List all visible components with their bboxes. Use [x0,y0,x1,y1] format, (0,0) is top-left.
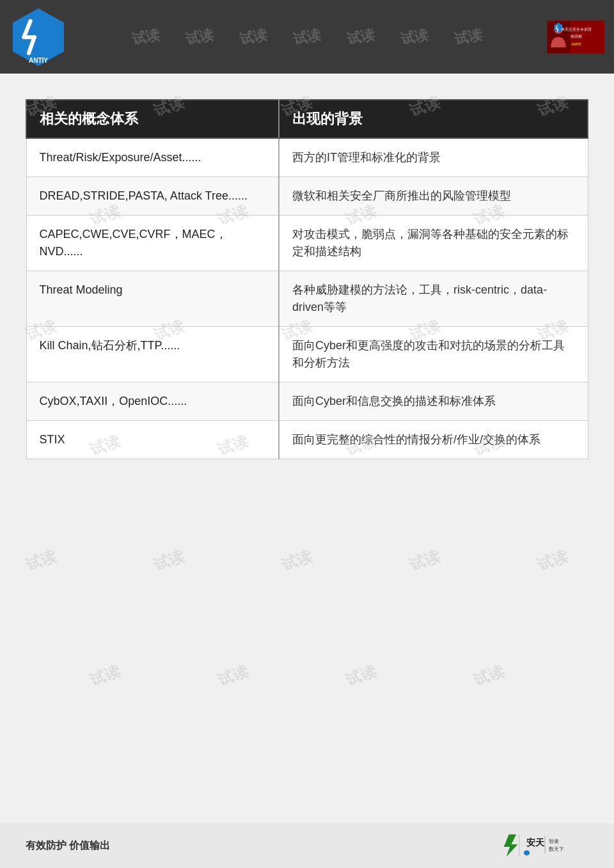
header-watermarks: 试读 试读 试读 试读 试读 试读 试读 [70,28,544,47]
table-row: Threat/Risk/Exposure/Asset......西方的IT管理和… [26,138,588,177]
body-watermark: 试读 [151,546,187,575]
footer-logo: 安天 智者 数天下 [499,830,588,862]
table-cell-concept: CAPEC,CWE,CVE,CVRF，MAEC，NVD...... [26,216,279,271]
body-watermark: 试读 [407,546,443,575]
table-cell-background: 面向Cyber和更高强度的攻击和对抗的场景的分析工具和分析方法 [279,327,588,383]
body-watermark: 试读 [471,661,507,690]
svg-text:智者: 智者 [549,839,559,844]
col-right-header: 出现的背景 [279,100,588,138]
svg-text:第四期: 第四期 [571,35,582,38]
header-watermark: 试读 [345,28,377,47]
table-cell-background: 面向Cyber和信息交换的描述和标准体系 [279,383,588,421]
table-cell-concept: Threat/Risk/Exposure/Asset...... [26,138,279,177]
table-header-row: 相关的概念体系 出现的背景 [26,100,588,138]
concept-table: 相关的概念体系 出现的背景 Threat/Risk/Exposure/Asset… [26,99,588,459]
logo: ANTIY [6,5,70,69]
body-watermark: 试读 [215,661,251,690]
svg-text:ANTIY: ANTIY [29,57,48,64]
svg-rect-18 [545,836,546,853]
table-cell-concept: Kill Chain,钻石分析,TTP...... [26,327,279,383]
table-row: CAPEC,CWE,CVE,CVRF，MAEC，NVD......对攻击模式，脆… [26,216,588,271]
header-watermark: 试读 [453,28,484,47]
body-watermark: 试读 [23,546,59,575]
header-watermark: 试读 [399,28,430,47]
svg-text:ANTIY: ANTIY [572,42,582,45]
header: ANTIY 试读 试读 试读 试读 试读 试读 试读 来关注安全令训营 第四期 [0,0,614,74]
table-row: STIX面向更完整的综合性的情报分析/作业/交换的体系 [26,421,588,459]
table-row: CybOX,TAXII，OpenIOC......面向Cyber和信息交换的描述… [26,383,588,421]
table-cell-concept: CybOX,TAXII，OpenIOC...... [26,383,279,421]
body-watermark: 试读 [535,546,571,575]
svg-marker-21 [524,850,530,856]
svg-marker-15 [504,835,518,857]
footer: 有效防护 价值输出 安天 智者 数天下 [0,823,614,868]
table-cell-background: 微软和相关安全厂商所推出的风险管理模型 [279,177,588,216]
header-badge: 来关注安全令训营 第四期 ANTIY [544,8,608,66]
header-watermark: 试读 [238,28,269,47]
table-cell-concept: Threat Modeling [26,271,279,327]
table-cell-background: 面向更完整的综合性的情报分析/作业/交换的体系 [279,421,588,459]
body-watermark: 试读 [87,661,123,690]
body-watermark: 试读 [279,546,315,575]
table-cell-background: 西方的IT管理和标准化的背景 [279,138,588,177]
table-row: Threat Modeling各种威胁建模的方法论，工具，risk-centri… [26,271,588,327]
header-watermark: 试读 [184,28,216,47]
table-cell-background: 对攻击模式，脆弱点，漏洞等各种基础的安全元素的标定和描述结构 [279,216,588,271]
table-cell-background: 各种威胁建模的方法论，工具，risk-centric，data-driven等等 [279,271,588,327]
table-row: DREAD,STRIDE,PASTA, Attack Tree......微软和… [26,177,588,216]
svg-text:数天下: 数天下 [549,846,564,852]
svg-text:来关注安全令训营: 来关注安全令训营 [561,27,592,31]
table-row: Kill Chain,钻石分析,TTP......面向Cyber和更高强度的攻击… [26,327,588,383]
header-watermark: 试读 [292,28,323,47]
header-watermark: 试读 [130,28,162,47]
table-cell-concept: STIX [26,421,279,459]
svg-rect-16 [519,835,520,857]
table-cell-concept: DREAD,STRIDE,PASTA, Attack Tree...... [26,177,279,216]
col-left-header: 相关的概念体系 [26,100,279,138]
footer-tagline: 有效防护 价值输出 [26,839,110,853]
svg-text:安天: 安天 [526,837,545,848]
main-content: 相关的概念体系 出现的背景 Threat/Risk/Exposure/Asset… [0,74,614,504]
body-watermark: 试读 [343,661,379,690]
